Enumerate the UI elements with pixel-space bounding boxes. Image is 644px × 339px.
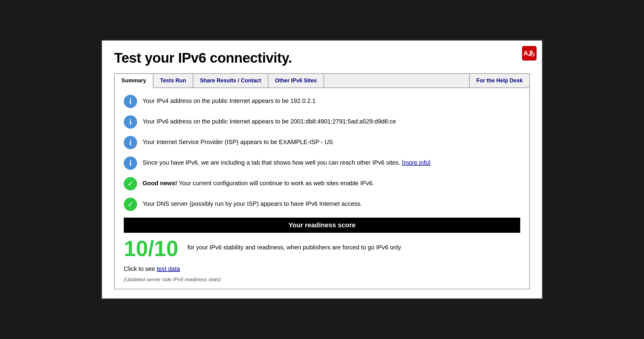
info-icon-2: i	[124, 115, 137, 129]
check-text-dns: Your DNS server (possibly run by your IS…	[143, 197, 362, 208]
info-icon-4: i	[124, 156, 137, 170]
good-news-bold: Good news!	[143, 180, 177, 186]
score-description: for your IPv6 stability and readiness, w…	[187, 238, 401, 252]
check-row-dns: ✓ Your DNS server (possibly run by your …	[124, 197, 520, 211]
info-row-tab: i Since you have IPv6, we are including …	[124, 156, 520, 170]
tab-tests-run[interactable]: Tests Run	[153, 74, 193, 87]
good-news-rest: Your current configuration will continue…	[177, 180, 374, 186]
page-title: Test your IPv6 connectivity.	[114, 50, 530, 66]
check-icon-1: ✓	[124, 177, 137, 190]
info-icon-3: i	[124, 136, 137, 149]
tab-share-results[interactable]: Share Results / Contact	[193, 74, 268, 87]
tab-other-ipv6[interactable]: Other IPv6 Sites	[268, 74, 324, 87]
tab-spacer	[324, 74, 470, 87]
info-row-ipv4: i Your IPv4 address on the public Intern…	[124, 94, 520, 108]
info-row-ipv6: i Your IPv6 address on the public Intern…	[124, 115, 520, 129]
check-text-goodnews: Good news! Your current configuration wi…	[143, 176, 374, 187]
test-data-link[interactable]: test data	[157, 265, 180, 272]
tab-summary[interactable]: Summary	[115, 74, 153, 88]
score-row: 10/10 for your IPv6 stability and readin…	[124, 238, 520, 259]
page-frame: Aあ Test your IPv6 connectivity. Summary …	[101, 40, 543, 299]
score-value: 10/10	[124, 238, 178, 259]
tabs-container: Summary Tests Run Share Results / Contac…	[114, 73, 530, 88]
more-info-link[interactable]: [more info]	[402, 159, 430, 166]
check-row-goodnews: ✓ Good news! Your current configuration …	[124, 176, 520, 190]
info-text-ipv6: Your IPv6 address on the public Internet…	[143, 115, 396, 126]
info-text-ipv4: Your IPv4 address on the public Internet…	[143, 94, 316, 105]
info-text-tab: Since you have IPv6, we are including a …	[143, 156, 431, 167]
test-data-row: Click to see test data	[124, 265, 520, 272]
translate-icon[interactable]: Aあ	[522, 46, 537, 61]
tab-helpdesk[interactable]: For the Help Desk	[470, 74, 529, 87]
content-area: i Your IPv4 address on the public Intern…	[114, 88, 530, 289]
info-row-isp: i Your Internet Service Provider (ISP) a…	[124, 135, 520, 149]
readiness-bar: Your readiness score	[124, 218, 520, 233]
check-icon-2: ✓	[124, 198, 137, 211]
info-text-isp: Your Internet Service Provider (ISP) app…	[143, 135, 333, 146]
footer-note: (Updated server side IPv6 readiness stat…	[124, 277, 520, 283]
info-icon-1: i	[124, 95, 137, 108]
